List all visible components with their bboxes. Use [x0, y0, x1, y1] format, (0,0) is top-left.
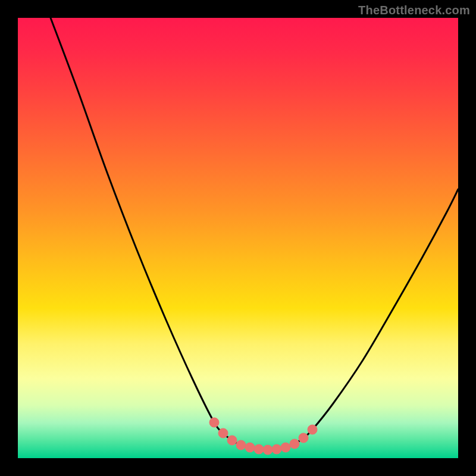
curve-markers [209, 418, 317, 455]
chart-frame: TheBottleneck.com [0, 0, 476, 476]
curve-marker [263, 445, 273, 455]
watermark-text: TheBottleneck.com [358, 4, 470, 17]
curve-layer [18, 18, 458, 458]
curve-marker [290, 439, 299, 449]
curve-marker [209, 418, 219, 427]
curve-marker [281, 443, 290, 452]
curve-marker [245, 443, 255, 452]
bottleneck-curve [51, 18, 458, 450]
curve-marker [272, 444, 281, 454]
curve-marker [308, 425, 317, 434]
curve-marker [227, 436, 237, 445]
curve-marker [299, 433, 308, 443]
curve-marker [254, 444, 264, 454]
curve-marker [236, 440, 246, 450]
curve-marker [218, 428, 228, 438]
